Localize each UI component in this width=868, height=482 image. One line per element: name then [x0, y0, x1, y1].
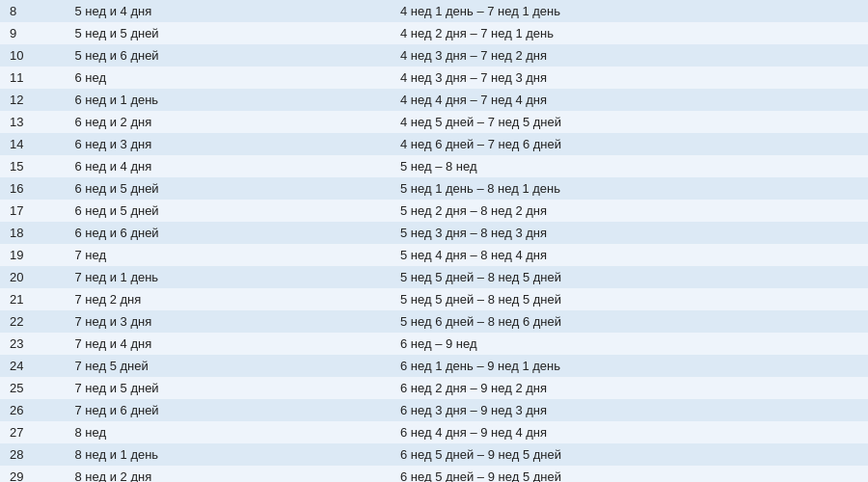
table-row: 17 6 нед и 5 дней 5 нед 2 дня – 8 нед 2 …: [0, 200, 868, 222]
row-col2: 5 нед и 5 дней: [66, 22, 392, 44]
table-row: 11 6 нед 4 нед 3 дня – 7 нед 3 дня: [0, 67, 868, 89]
table-row: 14 6 нед и 3 дня 4 нед 6 дней – 7 нед 6 …: [0, 133, 868, 155]
row-col2: 7 нед и 3 дня: [66, 310, 392, 333]
row-num: 27: [0, 421, 66, 443]
row-num: 21: [0, 288, 66, 310]
table-row: 15 6 нед и 4 дня 5 нед – 8 нед: [0, 155, 868, 177]
row-num: 29: [0, 466, 66, 482]
row-col2: 6 нед: [66, 67, 392, 89]
table-row: 28 8 нед и 1 день 6 нед 5 дней – 9 нед 5…: [0, 443, 868, 466]
row-num: 16: [0, 177, 66, 200]
row-col3: 6 нед 1 день – 9 нед 1 день: [391, 355, 868, 377]
row-col3: 4 нед 1 день – 7 нед 1 день: [391, 0, 868, 22]
row-col2: 6 нед и 1 день: [66, 89, 392, 111]
row-col2: 8 нед и 2 дня: [66, 466, 392, 482]
row-col3: 6 нед 5 дней – 9 нед 5 дней: [391, 466, 868, 482]
row-col2: 7 нед 5 дней: [66, 355, 392, 377]
row-col3: 5 нед 5 дней – 8 нед 5 дней: [391, 266, 868, 288]
row-num: 13: [0, 111, 66, 133]
row-col3: 5 нед 3 дня – 8 нед 3 дня: [391, 222, 868, 244]
row-col2: 6 нед и 4 дня: [66, 155, 392, 177]
table-row: 21 7 нед 2 дня 5 нед 5 дней – 8 нед 5 дн…: [0, 288, 868, 310]
row-col2: 6 нед и 5 дней: [66, 177, 392, 200]
row-num: 17: [0, 200, 66, 222]
row-col3: 4 нед 3 дня – 7 нед 2 дня: [391, 44, 868, 67]
table-row: 16 6 нед и 5 дней 5 нед 1 день – 8 нед 1…: [0, 177, 868, 200]
row-col3: 6 нед 3 дня – 9 нед 3 дня: [391, 399, 868, 421]
row-num: 23: [0, 333, 66, 355]
row-col3: 5 нед 1 день – 8 нед 1 день: [391, 177, 868, 200]
row-col2: 7 нед и 1 день: [66, 266, 392, 288]
row-col2: 7 нед и 6 дней: [66, 399, 392, 421]
row-num: 15: [0, 155, 66, 177]
row-num: 11: [0, 67, 66, 89]
row-col3: 6 нед 5 дней – 9 нед 5 дней: [391, 443, 868, 466]
row-col3: 5 нед 2 дня – 8 нед 2 дня: [391, 200, 868, 222]
table-row: 20 7 нед и 1 день 5 нед 5 дней – 8 нед 5…: [0, 266, 868, 288]
table-row: 25 7 нед и 5 дней 6 нед 2 дня – 9 нед 2 …: [0, 377, 868, 399]
table-row: 9 5 нед и 5 дней 4 нед 2 дня – 7 нед 1 д…: [0, 22, 868, 44]
table-row: 27 8 нед 6 нед 4 дня – 9 нед 4 дня: [0, 421, 868, 443]
row-col3: 4 нед 5 дней – 7 нед 5 дней: [391, 111, 868, 133]
table-row: 10 5 нед и 6 дней 4 нед 3 дня – 7 нед 2 …: [0, 44, 868, 67]
row-col2: 6 нед и 2 дня: [66, 111, 392, 133]
table-row: 19 7 нед 5 нед 4 дня – 8 нед 4 дня: [0, 244, 868, 266]
row-num: 24: [0, 355, 66, 377]
row-col2: 8 нед и 1 день: [66, 443, 392, 466]
table-row: 12 6 нед и 1 день 4 нед 4 дня – 7 нед 4 …: [0, 89, 868, 111]
row-num: 9: [0, 22, 66, 44]
row-col2: 6 нед и 5 дней: [66, 200, 392, 222]
row-col2: 8 нед: [66, 421, 392, 443]
row-num: 19: [0, 244, 66, 266]
table-row: 24 7 нед 5 дней 6 нед 1 день – 9 нед 1 д…: [0, 355, 868, 377]
table-row: 26 7 нед и 6 дней 6 нед 3 дня – 9 нед 3 …: [0, 399, 868, 421]
row-num: 22: [0, 310, 66, 333]
row-num: 20: [0, 266, 66, 288]
row-num: 26: [0, 399, 66, 421]
row-num: 10: [0, 44, 66, 67]
row-col3: 5 нед – 8 нед: [391, 155, 868, 177]
row-col2: 6 нед и 6 дней: [66, 222, 392, 244]
row-col3: 4 нед 2 дня – 7 нед 1 день: [391, 22, 868, 44]
row-num: 25: [0, 377, 66, 399]
row-col3: 6 нед – 9 нед: [391, 333, 868, 355]
row-num: 28: [0, 443, 66, 466]
row-col3: 5 нед 6 дней – 8 нед 6 дней: [391, 310, 868, 333]
table-row: 8 5 нед и 4 дня 4 нед 1 день – 7 нед 1 д…: [0, 0, 868, 22]
row-col3: 6 нед 2 дня – 9 нед 2 дня: [391, 377, 868, 399]
row-col2: 7 нед: [66, 244, 392, 266]
row-col3: 5 нед 4 дня – 8 нед 4 дня: [391, 244, 868, 266]
row-col3: 6 нед 4 дня – 9 нед 4 дня: [391, 421, 868, 443]
table-row: 22 7 нед и 3 дня 5 нед 6 дней – 8 нед 6 …: [0, 310, 868, 333]
row-num: 18: [0, 222, 66, 244]
table-row: 23 7 нед и 4 дня 6 нед – 9 нед: [0, 333, 868, 355]
row-col3: 4 нед 3 дня – 7 нед 3 дня: [391, 67, 868, 89]
table-container: 8 5 нед и 4 дня 4 нед 1 день – 7 нед 1 д…: [0, 0, 868, 482]
row-num: 12: [0, 89, 66, 111]
row-col3: 4 нед 4 дня – 7 нед 4 дня: [391, 89, 868, 111]
row-col2: 5 нед и 6 дней: [66, 44, 392, 67]
row-col3: 5 нед 5 дней – 8 нед 5 дней: [391, 288, 868, 310]
row-col2: 7 нед и 4 дня: [66, 333, 392, 355]
row-col2: 7 нед и 5 дней: [66, 377, 392, 399]
row-col3: 4 нед 6 дней – 7 нед 6 дней: [391, 133, 868, 155]
row-num: 14: [0, 133, 66, 155]
row-num: 8: [0, 0, 66, 22]
row-col2: 7 нед 2 дня: [66, 288, 392, 310]
data-table: 8 5 нед и 4 дня 4 нед 1 день – 7 нед 1 д…: [0, 0, 868, 482]
row-col2: 5 нед и 4 дня: [66, 0, 392, 22]
table-row: 13 6 нед и 2 дня 4 нед 5 дней – 7 нед 5 …: [0, 111, 868, 133]
table-row: 29 8 нед и 2 дня 6 нед 5 дней – 9 нед 5 …: [0, 466, 868, 482]
row-col2: 6 нед и 3 дня: [66, 133, 392, 155]
table-row: 18 6 нед и 6 дней 5 нед 3 дня – 8 нед 3 …: [0, 222, 868, 244]
